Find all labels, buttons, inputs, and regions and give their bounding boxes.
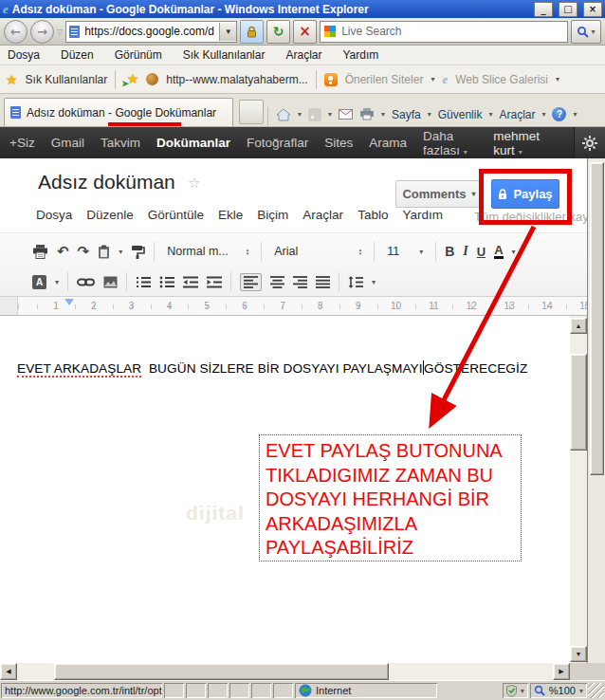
google-nav-item[interactable]: Takvim xyxy=(101,136,140,150)
line-spacing-chevron-icon[interactable]: ▾ xyxy=(372,278,376,286)
chevron-down-icon[interactable]: ▾ xyxy=(556,75,559,83)
paste-chevron-icon[interactable]: ▾ xyxy=(119,248,122,256)
tab-active[interactable]: Adsız doküman - Google Dokümanlar xyxy=(4,98,233,126)
ie-menu-item[interactable]: Düzen xyxy=(61,48,94,62)
docs-menu-item[interactable]: Görüntüle xyxy=(148,208,204,222)
vertical-scroll-thumb[interactable] xyxy=(570,354,587,451)
protected-mode-pane[interactable]: ▾ xyxy=(503,683,528,698)
help-chevron-icon[interactable]: ▾ xyxy=(573,110,577,119)
page-chevron-icon[interactable]: ▾ xyxy=(428,110,431,119)
numbered-list-button[interactable] xyxy=(136,276,151,288)
google-nav-item[interactable]: +Siz xyxy=(9,136,35,150)
decrease-indent-button[interactable] xyxy=(183,276,198,288)
docs-menu-item[interactable]: Tablo xyxy=(358,208,388,222)
resize-grip[interactable] xyxy=(588,683,604,698)
text-color-button[interactable]: A xyxy=(494,244,503,259)
scroll-up-button[interactable]: ▲ xyxy=(570,318,587,334)
search-input[interactable] xyxy=(339,24,565,39)
page-menu[interactable]: Sayfa xyxy=(392,108,421,121)
tools-menu[interactable]: Araçlar xyxy=(499,108,535,121)
align-left-button[interactable] xyxy=(240,273,262,291)
indent-marker[interactable] xyxy=(64,299,74,305)
highlight-chevron-icon[interactable]: ▾ xyxy=(55,278,59,286)
docs-menu-item[interactable]: Dosya xyxy=(36,208,72,222)
stop-button[interactable]: × xyxy=(293,20,317,44)
security-menu[interactable]: Güvenlik xyxy=(438,108,483,121)
undo-button[interactable]: ↶ xyxy=(57,245,69,259)
docs-menu-item[interactable]: Araçlar xyxy=(302,208,343,222)
document-canvas[interactable]: dijital EVET ARKADAŞLAR BUGÜN SİZLERE Bİ… xyxy=(0,316,605,663)
mail-icon[interactable] xyxy=(339,109,353,120)
google-nav-item[interactable]: Sites xyxy=(324,136,353,150)
insert-image-button[interactable] xyxy=(103,276,118,288)
chevron-down-icon[interactable]: ▾ xyxy=(521,687,524,695)
tools-chevron-icon[interactable]: ▾ xyxy=(541,110,545,119)
bookmark-link[interactable]: http--www.malatyahaberm... xyxy=(166,73,307,86)
browser-scroll-thumb[interactable] xyxy=(590,162,604,475)
chevron-down-icon[interactable]: ▾ xyxy=(579,687,583,695)
docs-menu-item[interactable]: Ekle xyxy=(218,208,243,222)
font-select[interactable]: Arial ▴▾ xyxy=(270,241,365,262)
rss-icon[interactable] xyxy=(308,108,321,121)
back-button[interactable]: ← xyxy=(4,20,28,44)
google-nav-item[interactable]: Fotoğraflar xyxy=(247,136,308,150)
history-chevron-icon[interactable]: ▽ xyxy=(57,28,63,36)
search-options-chevron-icon[interactable]: ▾ xyxy=(591,28,595,36)
ie-menu-item[interactable]: Görünüm xyxy=(115,48,162,62)
align-center-button[interactable] xyxy=(270,276,284,288)
new-tab-stub[interactable] xyxy=(239,100,264,124)
italic-button[interactable]: I xyxy=(463,244,468,259)
home-icon[interactable] xyxy=(276,108,291,121)
align-justify-button[interactable] xyxy=(316,276,330,288)
help-icon[interactable]: ? xyxy=(552,107,566,121)
bullet-list-button[interactable] xyxy=(159,276,174,288)
web-slice-link[interactable]: Web Slice Galerisi xyxy=(455,73,548,86)
scroll-down-button[interactable]: ▼ xyxy=(570,646,587,662)
paint-format-button[interactable] xyxy=(131,245,145,259)
ie-menu-item[interactable]: Yardım xyxy=(342,48,378,62)
google-nav-item[interactable]: Dokümanlar xyxy=(156,136,230,150)
close-button[interactable]: × xyxy=(583,2,602,17)
scroll-right-button[interactable]: ▶ xyxy=(553,663,570,680)
add-favorite-icon[interactable]: ★ ➤ xyxy=(123,72,138,87)
horizontal-scroll-thumb[interactable] xyxy=(54,663,389,680)
rss-chevron-icon[interactable]: ▾ xyxy=(328,110,332,119)
browser-vertical-scrollbar[interactable] xyxy=(587,158,605,663)
minimize-button[interactable]: _ xyxy=(534,2,553,17)
editor-vertical-scrollbar[interactable]: ▲ ▼ xyxy=(570,316,587,663)
url-input[interactable] xyxy=(82,24,216,39)
printer-icon[interactable] xyxy=(359,108,375,120)
highlight-color-button[interactable]: A xyxy=(32,275,46,289)
zoom-pane[interactable]: %100 ▾ xyxy=(530,683,587,698)
settings-button[interactable] xyxy=(574,127,605,158)
ie-menu-item[interactable]: Sık Kullanılanlar xyxy=(183,48,266,62)
google-nav-item[interactable]: Arama xyxy=(369,136,407,150)
ssl-lock-button[interactable] xyxy=(240,20,264,44)
line-spacing-button[interactable] xyxy=(348,276,363,288)
print-chevron-icon[interactable]: ▾ xyxy=(381,110,385,119)
ie-menu-item[interactable]: Araçlar xyxy=(285,48,321,62)
share-button[interactable]: Paylaş xyxy=(491,179,559,209)
chevron-down-icon[interactable]: ▾ xyxy=(431,75,434,83)
forward-button[interactable]: → xyxy=(30,20,54,44)
url-dropdown-button[interactable]: ▼ xyxy=(219,23,236,41)
docs-menu-item[interactable]: Yardım xyxy=(402,208,443,222)
live-search-box[interactable] xyxy=(320,21,568,43)
font-size-select[interactable]: 11 ▾ xyxy=(383,241,427,262)
refresh-button[interactable]: ↻ xyxy=(266,20,290,44)
print-button[interactable] xyxy=(32,245,48,259)
scroll-left-button[interactable]: ◀ xyxy=(0,663,17,680)
align-right-button[interactable] xyxy=(293,276,307,288)
redo-button[interactable]: ↷ xyxy=(78,245,90,259)
google-nav-more[interactable]: Daha fazlası ▾ xyxy=(423,129,493,157)
account-menu[interactable]: mehmet kurt ▾ xyxy=(493,129,563,157)
maximize-button[interactable]: □ xyxy=(559,2,578,17)
docs-menu-item[interactable]: Düzenle xyxy=(86,208,134,222)
favorites-label[interactable]: Sık Kullanılanlar xyxy=(26,73,108,86)
increase-indent-button[interactable] xyxy=(207,276,222,288)
home-chevron-icon[interactable]: ▾ xyxy=(298,110,302,119)
styles-select[interactable]: Normal m... ▴▾ xyxy=(163,241,252,262)
horizontal-scrollbar[interactable]: ◀ ▶ xyxy=(0,663,605,680)
document-title[interactable]: Adsız doküman xyxy=(38,171,175,193)
search-go-button[interactable]: ▾ xyxy=(571,20,601,44)
